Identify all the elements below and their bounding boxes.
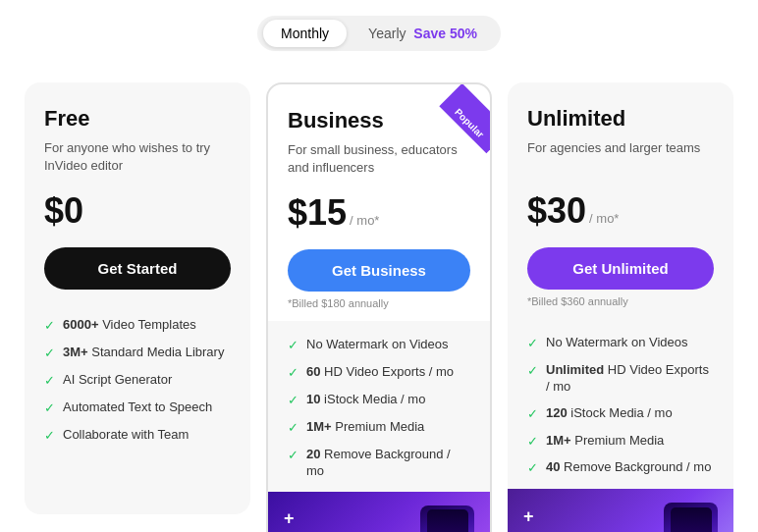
unlimited-plan-card: Unlimited For agencies and larger teams … (508, 82, 733, 532)
business-feature-1: ✓ No Watermark on Videos (288, 337, 470, 354)
check-icon: ✓ (288, 365, 298, 382)
check-icon: ✓ (288, 393, 298, 409)
business-features-section: ✓ No Watermark on Videos ✓ 60 HD Video E… (268, 321, 490, 532)
free-plan-card: Free For anyone who wishes to try InVide… (25, 82, 250, 514)
monthly-option[interactable]: Monthly (263, 20, 347, 47)
unlimited-feature-text-3: 120 iStock Media / mo (546, 405, 673, 422)
business-billed-note: *Billed $180 annually (288, 297, 470, 309)
toggle-pill: Monthly Yearly Save 50% (257, 16, 501, 51)
unlimited-feature-5: ✓ 40 Remove Background / mo (527, 459, 714, 477)
unlimited-feature-1: ✓ No Watermark on Videos (527, 335, 714, 352)
business-plan-price: $15 / mo* (288, 192, 470, 234)
unlimited-feature-text-5: 40 Remove Background / mo (546, 459, 711, 476)
check-icon: ✓ (527, 336, 538, 352)
check-icon: ✓ (527, 460, 538, 477)
yearly-option[interactable]: Yearly Save 50% (351, 20, 495, 47)
check-icon: ✓ (44, 400, 55, 417)
unlimited-feature-text-4: 1M+ Premium Media (546, 433, 664, 450)
business-feature-text-1: No Watermark on Videos (306, 337, 449, 353)
unlimited-price-amount: $30 (527, 190, 586, 232)
popular-badge: Popular (439, 84, 490, 153)
check-icon: ✓ (288, 420, 298, 437)
business-plan-card: Popular Business For small business, edu… (266, 82, 492, 532)
free-feature-text-1: 6000+ Video Templates (63, 317, 196, 334)
unlimited-features-section: ✓ No Watermark on Videos ✓ Unlimited HD … (508, 319, 733, 532)
check-icon: ✓ (44, 318, 55, 335)
free-feature-3: ✓ AI Script Generator (44, 372, 231, 390)
unlimited-feature-text-2: Unlimited HD Video Exports / mo (546, 362, 714, 396)
check-icon: ✓ (44, 346, 55, 362)
free-get-started-button[interactable]: Get Started (44, 247, 231, 290)
phone-mockup: ▶ (664, 503, 718, 532)
unlimited-billed-note: *Billed $360 annually (527, 295, 714, 307)
business-price-amount: $15 (288, 192, 347, 234)
free-feature-4: ✓ Automated Text to Speech (44, 399, 231, 417)
unlimited-mobile-banner[interactable]: + Mobile appsubscription ▶ (508, 489, 733, 532)
check-icon: ✓ (527, 406, 538, 423)
popular-badge-wrapper: Popular (411, 84, 490, 163)
business-feature-text-2: 60 HD Video Exports / mo (306, 364, 454, 381)
unlimited-price-period: / mo* (589, 211, 619, 226)
business-feature-2: ✓ 60 HD Video Exports / mo (288, 364, 470, 382)
phone-screen (671, 507, 712, 532)
check-icon: ✓ (44, 428, 55, 445)
free-feature-text-2: 3M+ Standard Media Library (63, 345, 224, 361)
free-plan-name: Free (44, 106, 231, 132)
unlimited-get-button[interactable]: Get Unlimited (527, 247, 714, 290)
unlimited-feature-2: ✓ Unlimited HD Video Exports / mo (527, 362, 714, 396)
free-price-amount: $0 (44, 190, 83, 232)
business-feature-5: ✓ 20 Remove Background / mo (288, 447, 470, 480)
save-badge: Save 50% (413, 26, 477, 41)
free-feature-text-3: AI Script Generator (63, 372, 172, 389)
check-icon: ✓ (288, 448, 298, 464)
unlimited-feature-text-1: No Watermark on Videos (546, 335, 688, 351)
banner-text-group: + Mobile appsubscription (523, 506, 606, 532)
business-get-button[interactable]: Get Business (288, 249, 470, 292)
business-feature-text-5: 20 Remove Background / mo (306, 447, 470, 480)
free-feature-2: ✓ 3M+ Standard Media Library (44, 345, 231, 362)
unlimited-plan-name: Unlimited (527, 106, 714, 132)
check-icon: ✓ (44, 373, 55, 390)
unlimited-plan-description: For agencies and larger teams (527, 139, 714, 175)
business-feature-text-4: 1M+ Premium Media (306, 419, 424, 436)
business-feature-text-3: 10 iStock Media / mo (306, 392, 425, 408)
phone-mockup: ▶ (420, 505, 474, 532)
free-plan-description: For anyone who wishes to try InVideo edi… (44, 139, 231, 175)
phone-screen (427, 509, 468, 532)
free-feature-text-5: Collaborate with Team (63, 427, 189, 444)
check-icon: ✓ (527, 434, 538, 451)
unlimited-plan-price: $30 / mo* (527, 190, 714, 232)
free-feature-5: ✓ Collaborate with Team (44, 427, 231, 445)
check-icon: ✓ (527, 363, 538, 380)
free-feature-1: ✓ 6000+ Video Templates (44, 317, 231, 335)
free-plan-price: $0 (44, 190, 231, 232)
business-mobile-banner[interactable]: + Mobile appsubscription ▶ (268, 492, 490, 532)
business-feature-3: ✓ 10 iStock Media / mo (288, 392, 470, 409)
business-price-period: / mo* (350, 213, 379, 228)
business-feature-4: ✓ 1M+ Premium Media (288, 419, 470, 437)
banner-plus-icon: + (523, 506, 606, 527)
free-features-section: ✓ 6000+ Video Templates ✓ 3M+ Standard M… (25, 301, 250, 473)
banner-plus-icon: + (284, 508, 366, 529)
banner-text-group: + Mobile appsubscription (284, 508, 366, 532)
check-icon: ✓ (288, 338, 298, 354)
pricing-cards: Free For anyone who wishes to try InVide… (16, 82, 742, 532)
unlimited-feature-4: ✓ 1M+ Premium Media (527, 433, 714, 451)
billing-toggle: Monthly Yearly Save 50% (16, 16, 742, 51)
unlimited-feature-3: ✓ 120 iStock Media / mo (527, 405, 714, 423)
free-feature-text-4: Automated Text to Speech (63, 399, 212, 416)
